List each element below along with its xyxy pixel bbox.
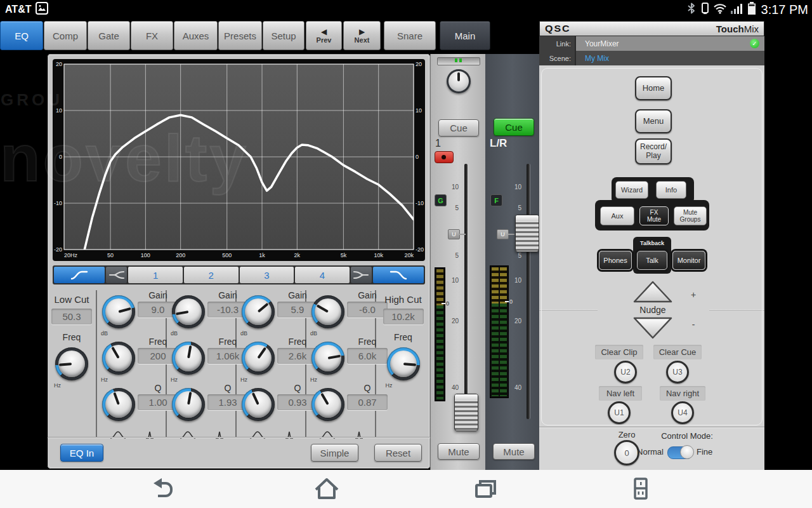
tab-main[interactable]: Main — [440, 21, 490, 50]
mute-groups-button[interactable]: Mute Groups — [674, 206, 707, 225]
band-2-button[interactable]: 2 — [184, 267, 239, 283]
svg-text:20k: 20k — [404, 252, 414, 258]
band2-freq-knob[interactable] — [172, 342, 205, 375]
band1-q-knob[interactable] — [102, 388, 135, 421]
band4-freq-knob[interactable] — [311, 342, 344, 375]
low-cut-band-button[interactable] — [54, 267, 105, 283]
nudge-plus-button[interactable]: + — [632, 280, 673, 304]
nav-right-label: Nav right — [660, 386, 705, 401]
control-mode-toggle[interactable] — [667, 446, 693, 459]
u1-button[interactable]: U1 — [608, 401, 631, 424]
band3-q-knob[interactable] — [242, 388, 275, 421]
tab-auxes[interactable]: Auxes — [174, 21, 218, 50]
band2-gain-knob[interactable] — [172, 295, 205, 328]
link-row: Link: YourMixer ✓ — [539, 36, 764, 51]
svg-text:0: 0 — [59, 154, 62, 160]
dual-window-button[interactable] — [627, 475, 655, 503]
low-shelf-band-button[interactable] — [106, 267, 127, 283]
main-cue-button[interactable]: Cue — [494, 118, 534, 136]
svg-text:2k: 2k — [294, 252, 301, 258]
eq-band-selector: 1 2 3 4 — [53, 265, 425, 284]
toggle-knob[interactable] — [680, 445, 694, 459]
main-fader-handle[interactable] — [515, 215, 539, 252]
channel-unity-marker: U — [448, 229, 460, 239]
tab-setup[interactable]: Setup — [263, 21, 304, 50]
band4-gain-knob[interactable] — [311, 295, 344, 328]
high-cut-value: 10.2k — [383, 309, 424, 324]
prev-button[interactable]: ◀ Prev — [306, 21, 342, 50]
svg-text:0: 0 — [416, 154, 419, 160]
svg-text:20: 20 — [416, 61, 422, 67]
next-button[interactable]: ▶ Next — [343, 21, 381, 50]
info-button[interactable]: Info — [656, 181, 686, 199]
band-3-button[interactable]: 3 — [240, 267, 294, 283]
channel-mute-button[interactable]: Mute — [438, 443, 480, 460]
band1-gain-knob[interactable] — [102, 295, 135, 328]
gallery-icon — [36, 2, 48, 17]
tab-gate[interactable]: Gate — [88, 21, 130, 50]
menu-button[interactable]: Menu — [635, 109, 672, 133]
back-icon — [148, 475, 176, 503]
recents-button[interactable] — [471, 475, 499, 503]
high-cut-column: High Cut 10.2k Freq Hz — [376, 290, 430, 438]
control-mode-section: Zero 0 Control Mode: Normal Fine — [539, 427, 764, 471]
tab-presets[interactable]: Presets — [218, 21, 262, 50]
pan-slider[interactable] — [437, 57, 480, 65]
tab-channel-snare[interactable]: Snare — [384, 21, 436, 50]
main-fader-track[interactable] — [527, 164, 530, 419]
main-lr-label: L/R — [490, 137, 507, 150]
home-button-android[interactable] — [313, 475, 341, 503]
signal-icon — [730, 2, 744, 17]
home-icon — [313, 475, 341, 503]
record-arm-indicator[interactable] — [435, 151, 454, 163]
talk-button[interactable]: Talk — [637, 251, 667, 270]
reset-button[interactable]: Reset — [374, 444, 422, 462]
tab-fx[interactable]: FX — [131, 21, 173, 50]
high-cut-band-button[interactable] — [373, 267, 424, 283]
eq-in-button[interactable]: EQ In — [60, 444, 103, 462]
home-button[interactable]: Home — [635, 76, 672, 100]
phones-button[interactable]: Phones — [599, 251, 632, 270]
channel-fader-track[interactable] — [464, 164, 468, 419]
band-1-button[interactable]: 1 — [128, 267, 183, 283]
record-play-button[interactable]: Record/ Play — [635, 138, 672, 164]
tab-comp[interactable]: Comp — [44, 21, 87, 50]
scene-value[interactable]: My Mix — [576, 51, 764, 65]
svg-text:100: 100 — [141, 252, 150, 258]
band-4-button[interactable]: 4 — [295, 267, 350, 283]
svg-text:20: 20 — [56, 61, 62, 67]
high-shelf-band-button[interactable] — [351, 267, 372, 283]
band3-gain-knob[interactable] — [242, 295, 275, 328]
battery-icon — [747, 1, 756, 18]
main-mute-button[interactable]: Mute — [493, 443, 535, 460]
high-shelf-icon — [352, 269, 370, 281]
clock: 3:17 PM — [761, 3, 808, 17]
fx-indicator: F — [490, 194, 502, 206]
band2-q-knob[interactable] — [172, 388, 205, 421]
tab-eq[interactable]: EQ — [0, 21, 43, 50]
control-mode-normal-label: Normal — [632, 447, 664, 457]
aux-button[interactable]: Aux — [600, 206, 634, 225]
u2-button[interactable]: U2 — [614, 361, 637, 384]
channel-fader-handle[interactable] — [454, 394, 478, 431]
control-mode-label: Control Mode: — [652, 431, 722, 441]
low-cut-freq-knob[interactable] — [55, 347, 88, 380]
u3-button[interactable]: U3 — [666, 361, 689, 384]
channel-trim-knob[interactable] — [447, 69, 471, 93]
fx-mute-button[interactable]: FX Mute — [639, 206, 669, 225]
android-nav-bar — [0, 470, 812, 508]
high-cut-freq-knob[interactable] — [387, 347, 420, 380]
touchmix-header: QSC TouchMix — [539, 21, 764, 36]
simple-button[interactable]: Simple — [311, 444, 358, 462]
band-1-column: dB Gain9.0 Hz Freq200 Q1.00 — [97, 290, 167, 438]
back-button[interactable] — [148, 475, 176, 503]
band4-q-knob[interactable] — [311, 388, 344, 421]
monitor-button[interactable]: Monitor — [672, 251, 705, 270]
band1-freq-knob[interactable] — [102, 342, 135, 375]
link-value[interactable]: YourMixer ✓ — [576, 36, 764, 51]
nudge-minus-button[interactable]: - — [632, 316, 673, 340]
band3-freq-knob[interactable] — [242, 342, 275, 375]
channel-cue-button[interactable]: Cue — [438, 119, 479, 137]
u4-button[interactable]: U4 — [671, 401, 694, 424]
wizard-button[interactable]: Wizard — [615, 181, 648, 199]
